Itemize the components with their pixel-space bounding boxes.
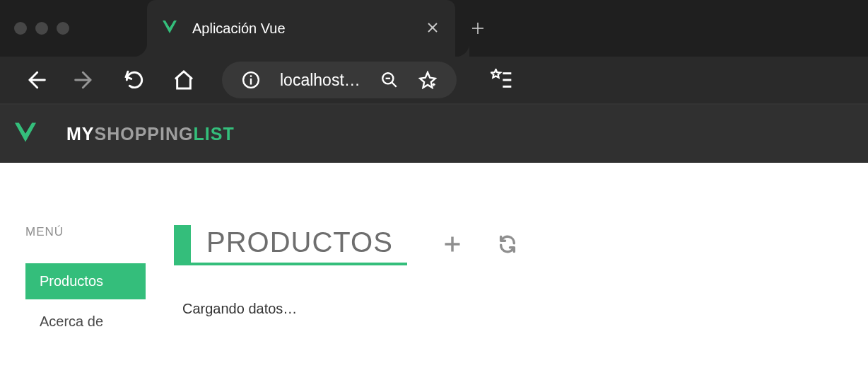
svg-point-8 (250, 75, 252, 77)
sidebar-title: MENÚ (25, 225, 146, 239)
svg-line-10 (392, 82, 397, 87)
refresh-icon[interactable] (123, 69, 146, 91)
brand-text: MYSHOPPINGLIST (66, 124, 235, 144)
title-accent-bar (174, 225, 191, 263)
address-text: localhost… (280, 71, 360, 90)
vue-favicon-icon (161, 18, 178, 38)
minimize-window-icon[interactable] (35, 22, 48, 35)
add-button[interactable] (442, 234, 462, 257)
sidebar: MENÚ Productos Acerca de (25, 225, 146, 344)
home-icon[interactable] (172, 69, 195, 91)
sidebar-item-about[interactable]: Acerca de (25, 304, 146, 340)
back-icon[interactable] (24, 69, 47, 91)
reload-button[interactable] (498, 234, 517, 257)
browser-toolbar: localhost… (0, 57, 868, 105)
page-title-wrap: PRODUCTOS (174, 225, 407, 265)
brand-part-1: MY (66, 124, 95, 144)
page-title: PRODUCTOS (191, 225, 407, 263)
zoom-out-icon[interactable] (380, 71, 399, 89)
window-controls[interactable] (14, 22, 69, 35)
close-window-icon[interactable] (14, 22, 27, 35)
tab-title: Aplicación Vue (192, 21, 286, 37)
new-tab-icon[interactable] (471, 16, 485, 40)
main-content: PRODUCTOS Cargando datos… (167, 225, 843, 344)
maximize-window-icon[interactable] (57, 22, 69, 35)
close-tab-icon[interactable] (427, 19, 438, 38)
loading-text: Cargando datos… (174, 301, 843, 317)
brand-part-3: LIST (193, 124, 234, 144)
address-bar[interactable]: localhost… (222, 62, 457, 98)
sidebar-item-products[interactable]: Productos (25, 263, 146, 299)
forward-icon[interactable] (74, 69, 96, 91)
browser-tab[interactable]: Aplicación Vue (147, 0, 455, 57)
browser-chrome: Aplicación Vue localhost… (0, 0, 868, 105)
tab-strip: Aplicación Vue (0, 0, 868, 57)
favorites-list-icon[interactable] (491, 69, 513, 91)
sidebar-item-label: Acerca de (40, 314, 103, 329)
page-header: PRODUCTOS (174, 225, 843, 265)
info-icon[interactable] (242, 71, 260, 89)
app-logo-icon (13, 120, 38, 148)
sidebar-item-label: Productos (40, 273, 103, 289)
app-header: MYSHOPPINGLIST (0, 105, 868, 163)
page-body: MENÚ Productos Acerca de PRODUCTOS Carga… (0, 163, 868, 344)
brand-part-2: SHOPPING (95, 124, 194, 144)
favorite-add-icon[interactable] (418, 71, 437, 89)
